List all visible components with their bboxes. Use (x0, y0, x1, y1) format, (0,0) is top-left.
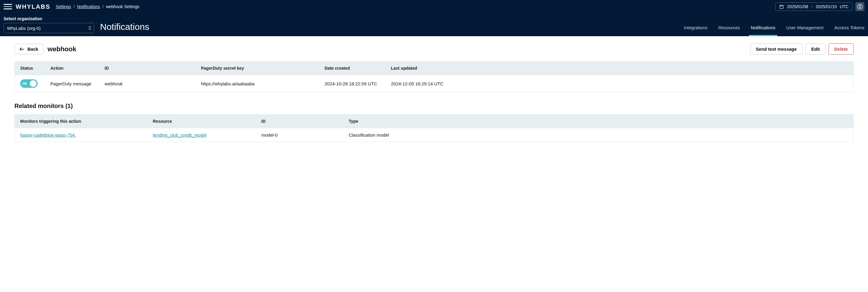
col-status: Status (15, 62, 45, 75)
cell-mon-id: model-0 (256, 128, 343, 142)
tab-integrations[interactable]: Integrations (684, 25, 707, 36)
date-dash: - (811, 4, 812, 9)
col-type: Type (343, 115, 853, 128)
org-select[interactable]: WhyLabs (org-0) (4, 23, 94, 33)
cell-monitor: happy-cadetblue-wasp-754, (15, 128, 147, 142)
breadcrumb-sep: / (73, 4, 75, 9)
page-title: Notifications (100, 22, 149, 32)
col-action: Action (45, 62, 99, 75)
col-id: ID (99, 62, 195, 75)
breadcrumb-current: webhook Settings (106, 4, 140, 9)
col-updated: Last updated (385, 62, 853, 75)
col-mon-id: ID (256, 115, 343, 128)
toggle-knob (30, 80, 36, 87)
tab-user-management[interactable]: User Management (786, 25, 824, 36)
breadcrumb-settings[interactable]: Settings (56, 4, 71, 9)
user-avatar[interactable] (855, 2, 864, 11)
tab-access-tokens[interactable]: Access Tokens (834, 25, 864, 36)
tab-resources[interactable]: Resources (718, 25, 740, 36)
org-select-value: WhyLabs (org-0) (7, 26, 41, 31)
date-tz: UTC (840, 4, 848, 9)
col-monitor: Monitors triggering this action (15, 115, 147, 128)
cell-action: PagerDuty message (45, 77, 99, 90)
arrow-left-icon (20, 47, 24, 51)
table-row: happy-cadetblue-wasp-754, lending_club_c… (15, 128, 853, 142)
cell-resource: lending_club_credit_model (147, 128, 256, 142)
cell-secret: https://whylabs.ai/aabaaba (195, 77, 319, 90)
hamburger-menu[interactable] (4, 2, 12, 11)
back-label: Back (27, 47, 38, 52)
delete-button[interactable]: Delete (829, 43, 854, 55)
col-secret: PagerDuty secret key (195, 62, 319, 75)
comma: , (75, 133, 76, 138)
date-range-picker[interactable]: 2025/01/08 - 2025/01/15 UTC (775, 2, 852, 11)
tab-notifications[interactable]: Notifications (751, 25, 775, 36)
monitors-table: Monitors triggering this action Resource… (14, 114, 854, 142)
table-row: ON PagerDuty message webhook https://why… (15, 75, 853, 92)
col-resource: Resource (147, 115, 256, 128)
detail-title: webhook (48, 45, 76, 53)
breadcrumb-sep: / (102, 4, 104, 9)
related-monitors-title: Related monitors (1) (14, 103, 854, 110)
back-button[interactable]: Back (14, 44, 43, 54)
webhook-table: Status Action ID PagerDuty secret key Da… (14, 61, 854, 92)
resource-link[interactable]: lending_club_credit_model (153, 133, 207, 138)
chevron-updown-icon (88, 26, 91, 30)
cell-created: 2024-10-28 18:22:59 UTC (319, 77, 385, 90)
date-to: 2025/01/15 (815, 4, 837, 9)
send-test-button[interactable]: Send test message (750, 43, 803, 55)
logo: WHYLABS (16, 3, 50, 10)
cell-id: webhook (99, 77, 195, 90)
svg-point-2 (859, 5, 861, 7)
breadcrumb: Settings / Notifications / webhook Setti… (56, 4, 139, 9)
org-select-label: Select organization (4, 16, 94, 21)
cell-type: Classification model (343, 128, 853, 142)
status-toggle[interactable]: ON (20, 79, 38, 88)
cell-updated: 2024-12-05 16:25:14 UTC (385, 77, 853, 90)
breadcrumb-notifications[interactable]: Notifications (77, 4, 100, 9)
svg-rect-0 (780, 5, 783, 8)
toggle-label: ON (22, 82, 27, 85)
calendar-icon (779, 4, 784, 9)
user-icon (857, 4, 863, 10)
edit-button[interactable]: Edit (806, 43, 826, 55)
col-created: Date created (319, 62, 385, 75)
date-from: 2025/01/08 (787, 4, 808, 9)
monitor-link[interactable]: happy-cadetblue-wasp-754 (20, 133, 75, 138)
